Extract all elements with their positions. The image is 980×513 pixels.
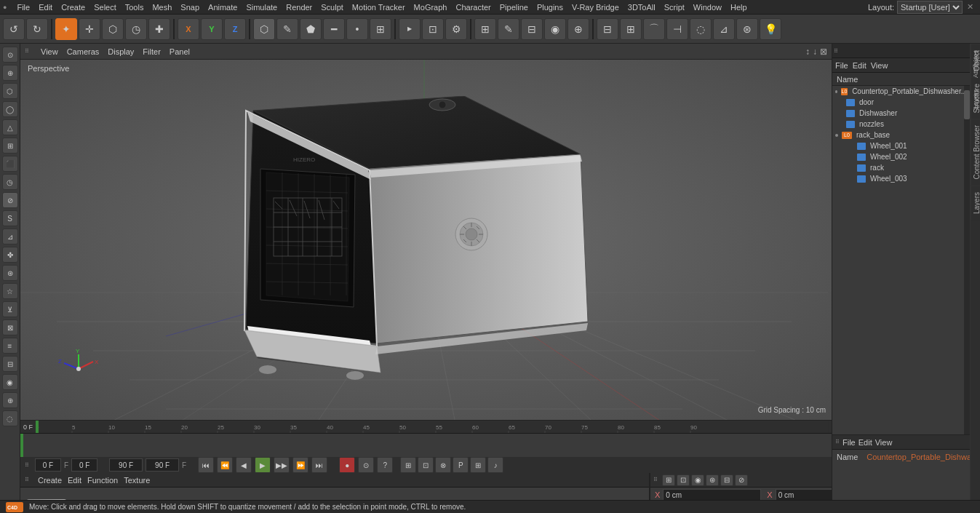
vp-icon-down[interactable]: ↓ bbox=[813, 47, 817, 57]
vp-menu-filter[interactable]: Filter bbox=[143, 47, 160, 56]
render-settings-btn[interactable]: ⚙ bbox=[445, 18, 467, 40]
coord-btn-1[interactable]: ⊞ bbox=[662, 474, 675, 486]
key-btn[interactable]: ? bbox=[377, 457, 393, 473]
tool-11[interactable]: ✤ bbox=[2, 247, 18, 263]
menu-item-file[interactable]: File bbox=[12, 0, 34, 15]
tool-7[interactable]: ◷ bbox=[2, 174, 18, 190]
tree-item-nozzles[interactable]: nozzles bbox=[832, 119, 970, 130]
menu-item-pipeline[interactable]: Pipeline bbox=[495, 0, 533, 15]
loop-btn[interactable]: ⊡ bbox=[418, 457, 434, 473]
close-btn[interactable]: ✕ bbox=[963, 2, 977, 12]
go-start-btn[interactable]: ⏮ bbox=[198, 457, 214, 473]
tool-18[interactable]: ◉ bbox=[2, 374, 18, 390]
viewport4-btn[interactable]: ◉ bbox=[544, 18, 566, 40]
snap-btn[interactable]: ⊟ bbox=[597, 18, 618, 40]
attr-side-tab[interactable]: Attributes bbox=[971, 44, 980, 84]
layers-side-tab[interactable]: Layers bbox=[971, 84, 980, 115]
vp-menu-cameras[interactable]: Cameras bbox=[67, 47, 100, 56]
menu-item-mograph[interactable]: MoGraph bbox=[410, 0, 452, 15]
scroll-thumb[interactable] bbox=[964, 90, 970, 119]
current-frame-input[interactable] bbox=[35, 458, 61, 472]
motion-btn[interactable]: ⊞ bbox=[470, 457, 486, 473]
menu-item-create[interactable]: Create bbox=[57, 0, 89, 15]
menu-item-sculpt[interactable]: Sculpt bbox=[316, 0, 348, 15]
coord-btn-5[interactable]: ⊟ bbox=[720, 474, 733, 486]
tool-2[interactable]: ⬡ bbox=[2, 83, 18, 99]
tool-10[interactable]: ⊿ bbox=[2, 228, 18, 244]
undo-btn[interactable]: ↺ bbox=[3, 18, 25, 40]
vp-menu-view[interactable]: View bbox=[41, 47, 58, 56]
mat-menu-texture[interactable]: Texture bbox=[124, 476, 150, 485]
menu-item-tools[interactable]: Tools bbox=[121, 0, 148, 15]
light-btn[interactable]: 💡 bbox=[760, 18, 781, 40]
layout-dropdown[interactable]: Startup [User] bbox=[897, 1, 963, 14]
obj-mode-btn[interactable]: ⬡ bbox=[253, 18, 275, 40]
menu-item-select[interactable]: Select bbox=[89, 0, 121, 15]
tool-4[interactable]: △ bbox=[2, 119, 18, 135]
obj-menu-edit[interactable]: Edit bbox=[853, 61, 867, 70]
deform-btn[interactable]: ⊿ bbox=[713, 18, 735, 40]
tool-6[interactable]: ⬛ bbox=[2, 156, 18, 172]
wrap-btn[interactable]: ◌ bbox=[690, 18, 712, 40]
lower-menu-view[interactable]: View bbox=[875, 438, 893, 447]
tree-item-rackbase[interactable]: L0 rack_base bbox=[832, 130, 970, 140]
menu-item-help[interactable]: Help bbox=[726, 0, 752, 15]
viewport1-btn[interactable]: ⊞ bbox=[474, 18, 496, 40]
tree-item-rack[interactable]: rack bbox=[832, 162, 970, 173]
prev-frame-btn[interactable]: ◀ bbox=[236, 457, 252, 473]
rotate-tool[interactable]: ◷ bbox=[125, 18, 147, 40]
coord-btn-2[interactable]: ⊡ bbox=[677, 474, 690, 486]
tree-item-dishwasher[interactable]: Dishwasher bbox=[832, 108, 970, 119]
scale-tool[interactable]: ⬡ bbox=[102, 18, 124, 40]
poly-mode-btn[interactable]: ⬟ bbox=[300, 18, 322, 40]
symmetry-btn[interactable]: ⊣ bbox=[666, 18, 688, 40]
menu-item-mesh[interactable]: Mesh bbox=[148, 0, 176, 15]
move-tool[interactable]: ✛ bbox=[79, 18, 100, 40]
point-mode-btn[interactable]: • bbox=[346, 18, 368, 40]
menu-item-snap[interactable]: Snap bbox=[176, 0, 204, 15]
frame-counter-input[interactable] bbox=[71, 458, 97, 472]
sound-btn[interactable]: ♪ bbox=[487, 457, 503, 473]
timeline-ruler[interactable]: 0 5 10 15 20 25 30 35 40 45 50 bbox=[36, 421, 829, 434]
next-key-btn[interactable]: ⏩ bbox=[292, 457, 308, 473]
right-scrollbar[interactable] bbox=[964, 86, 970, 434]
menu-item-plugins[interactable]: Plugins bbox=[533, 0, 567, 15]
tool-15[interactable]: ⊠ bbox=[2, 319, 18, 335]
render-btn[interactable]: ⊡ bbox=[422, 18, 444, 40]
coord-x-pos[interactable] bbox=[663, 489, 761, 501]
render-preview-btn[interactable]: ▶ bbox=[399, 18, 421, 40]
tool-5[interactable]: ⊞ bbox=[2, 138, 18, 154]
tool-13[interactable]: ☆ bbox=[2, 283, 18, 299]
tool-3[interactable]: ◯ bbox=[2, 101, 18, 117]
obj-menu-view[interactable]: View bbox=[871, 61, 888, 70]
tree-item-wheel002[interactable]: Wheel_002 bbox=[832, 151, 970, 162]
tool-16[interactable]: ≡ bbox=[2, 338, 18, 354]
tool-8[interactable]: ⊘ bbox=[2, 192, 18, 208]
tree-item-wheel003[interactable]: Wheel_003 bbox=[832, 173, 970, 184]
viewport2-btn[interactable]: ✎ bbox=[498, 18, 519, 40]
menu-item-script[interactable]: Script bbox=[660, 0, 689, 15]
vtab-layers[interactable]: Layers bbox=[971, 186, 980, 220]
axis-x-btn[interactable]: X bbox=[178, 18, 199, 40]
mat-menu-function[interactable]: Function bbox=[87, 476, 118, 485]
grid-btn[interactable]: ⊞ bbox=[620, 18, 642, 40]
timeline-track-area[interactable] bbox=[20, 434, 832, 457]
effector-btn[interactable]: ⊛ bbox=[736, 18, 758, 40]
next-frame-btn[interactable]: ▶▶ bbox=[274, 457, 290, 473]
mat-menu-create[interactable]: Create bbox=[38, 476, 62, 485]
record-btn[interactable]: ● bbox=[339, 457, 355, 473]
coord-btn-3[interactable]: ◉ bbox=[691, 474, 704, 486]
menu-item-window[interactable]: Window bbox=[689, 0, 726, 15]
vp-menu-panel[interactable]: Panel bbox=[170, 47, 190, 56]
menu-item-simulate[interactable]: Simulate bbox=[242, 0, 282, 15]
auto-key-btn[interactable]: ⊙ bbox=[358, 457, 374, 473]
vp-icon-resize[interactable]: ↕ bbox=[805, 47, 810, 57]
menu-item-render[interactable]: Render bbox=[282, 0, 316, 15]
axis-y-btn[interactable]: Y bbox=[201, 18, 223, 40]
preview-btn[interactable]: P bbox=[453, 457, 469, 473]
viewport3-btn[interactable]: ⊟ bbox=[521, 18, 543, 40]
spline-btn[interactable]: ⌒ bbox=[643, 18, 665, 40]
3d-viewport[interactable]: Perspective bbox=[20, 60, 832, 420]
edit-mode-btn[interactable]: ✎ bbox=[276, 18, 298, 40]
new-obj-btn[interactable]: ✚ bbox=[148, 18, 170, 40]
